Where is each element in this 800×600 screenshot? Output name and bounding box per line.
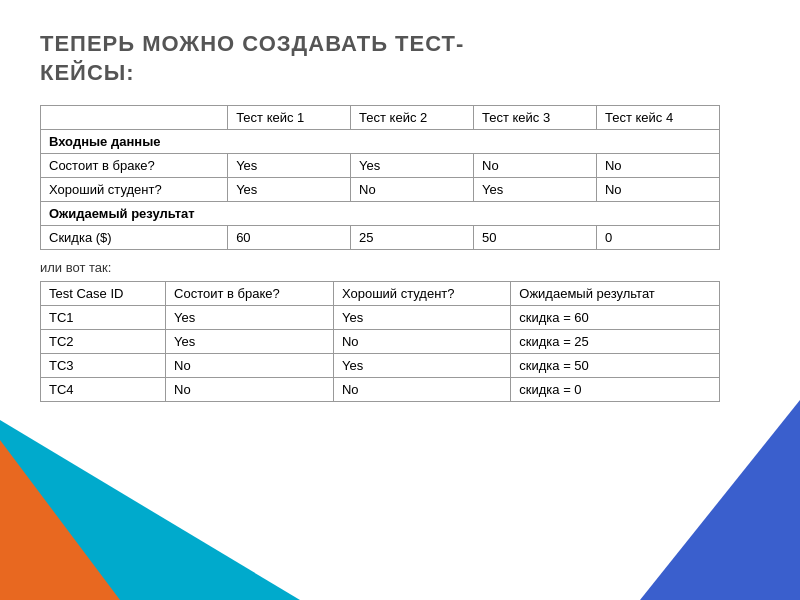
- row-label-student: Хороший студент?: [41, 178, 228, 202]
- test-cases-table-1: Тест кейс 1 Тест кейс 2 Тест кейс 3 Тест…: [40, 105, 720, 250]
- cell-married-tc4: No: [166, 378, 334, 402]
- table-row: Состоит в браке? Yes Yes No No: [41, 154, 720, 178]
- row-label-married: Состоит в браке?: [41, 154, 228, 178]
- cell-id-tc2: TC2: [41, 330, 166, 354]
- main-content: ТЕПЕРЬ МОЖНО СОЗДАВАТЬ ТЕСТ- КЕЙСЫ: Тест…: [0, 0, 800, 422]
- cell-student-tc4: No: [596, 178, 719, 202]
- cell-discount-tc3: 50: [474, 226, 597, 250]
- table-row: Скидка ($) 60 25 50 0: [41, 226, 720, 250]
- cell-married-tc1: Yes: [166, 306, 334, 330]
- section-row-expected: Ожидаемый результат: [41, 202, 720, 226]
- table1-header-row: Тест кейс 1 Тест кейс 2 Тест кейс 3 Тест…: [41, 106, 720, 130]
- cell-id-tc4: TC4: [41, 378, 166, 402]
- table2-header-student: Хороший студент?: [333, 282, 510, 306]
- table-row: TC2 Yes No скидка = 25: [41, 330, 720, 354]
- table-row: TC1 Yes Yes скидка = 60: [41, 306, 720, 330]
- cell-student-tc2: No: [333, 330, 510, 354]
- table1-header-col0: [41, 106, 228, 130]
- cell-married-tc2: Yes: [166, 330, 334, 354]
- cell-discount-tc4: 0: [596, 226, 719, 250]
- table1-header-col3: Тест кейс 3: [474, 106, 597, 130]
- sub-label: или вот так:: [40, 260, 760, 275]
- table-row: Хороший студент? Yes No Yes No: [41, 178, 720, 202]
- cell-married-tc3: No: [166, 354, 334, 378]
- cell-student-tc2: No: [351, 178, 474, 202]
- cell-result-tc3: скидка = 50: [511, 354, 720, 378]
- cell-student-tc3: Yes: [474, 178, 597, 202]
- table-row: TC4 No No скидка = 0: [41, 378, 720, 402]
- table2-header-id: Test Case ID: [41, 282, 166, 306]
- cell-result-tc1: скидка = 60: [511, 306, 720, 330]
- table-row: TC3 No Yes скидка = 50: [41, 354, 720, 378]
- test-cases-table-2: Test Case ID Состоит в браке? Хороший ст…: [40, 281, 720, 402]
- cell-result-tc4: скидка = 0: [511, 378, 720, 402]
- cell-discount-tc2: 25: [351, 226, 474, 250]
- cell-student-tc1: Yes: [333, 306, 510, 330]
- cell-student-tc3: Yes: [333, 354, 510, 378]
- section-row-input: Входные данные: [41, 130, 720, 154]
- cell-id-tc3: TC3: [41, 354, 166, 378]
- cell-married-tc4: No: [596, 154, 719, 178]
- cell-result-tc2: скидка = 25: [511, 330, 720, 354]
- table1-container: Тест кейс 1 Тест кейс 2 Тест кейс 3 Тест…: [40, 105, 760, 250]
- cell-student-tc1: Yes: [228, 178, 351, 202]
- table2-header-married: Состоит в браке?: [166, 282, 334, 306]
- bg-shape-blue: [640, 400, 800, 600]
- row-label-discount: Скидка ($): [41, 226, 228, 250]
- cell-id-tc1: TC1: [41, 306, 166, 330]
- table1-header-col1: Тест кейс 1: [228, 106, 351, 130]
- section-label-expected: Ожидаемый результат: [41, 202, 720, 226]
- table2-header-expected: Ожидаемый результат: [511, 282, 720, 306]
- cell-discount-tc1: 60: [228, 226, 351, 250]
- table1-header-col2: Тест кейс 2: [351, 106, 474, 130]
- section-label-input: Входные данные: [41, 130, 720, 154]
- page-title: ТЕПЕРЬ МОЖНО СОЗДАВАТЬ ТЕСТ- КЕЙСЫ:: [40, 30, 760, 87]
- cell-student-tc4: No: [333, 378, 510, 402]
- cell-married-tc1: Yes: [228, 154, 351, 178]
- table1-header-col4: Тест кейс 4: [596, 106, 719, 130]
- table2-header-row: Test Case ID Состоит в браке? Хороший ст…: [41, 282, 720, 306]
- cell-married-tc3: No: [474, 154, 597, 178]
- cell-married-tc2: Yes: [351, 154, 474, 178]
